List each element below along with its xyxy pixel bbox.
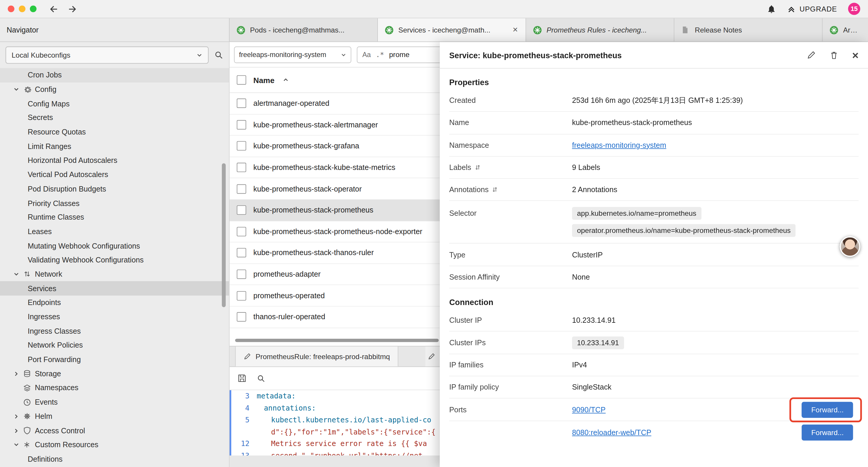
table-row[interactable]: kube-prometheus-stack-kube-state-metrics <box>229 157 440 178</box>
namespace-filter-dropdown[interactable]: freeleaps-monitoring-system <box>234 46 351 63</box>
tab[interactable]: Release Notes × <box>675 18 823 42</box>
tab[interactable]: Prometheus Rules - icecheng... × <box>526 18 675 42</box>
row-checkbox[interactable] <box>237 120 246 129</box>
avatar[interactable] <box>840 236 860 257</box>
chevron-right-icon[interactable] <box>13 371 23 377</box>
search-icon[interactable] <box>214 50 224 60</box>
close-tab-icon[interactable]: × <box>512 24 519 35</box>
table-row[interactable]: kube-prometheus-stack-operator <box>229 178 440 200</box>
kubeconfig-selector[interactable]: Local Kubeconfigs <box>6 47 209 63</box>
sidebar-item[interactable]: Priority Classes <box>0 196 229 210</box>
sidebar-item[interactable]: Endpoints <box>0 296 229 310</box>
sidebar-item[interactable]: Definitions <box>0 452 229 466</box>
row-checkbox[interactable] <box>237 248 246 258</box>
sidebar-item[interactable]: Vertical Pod Autoscalers <box>0 168 229 182</box>
sidebar-item[interactable]: Leases <box>0 224 229 238</box>
select-all-checkbox[interactable] <box>237 76 246 85</box>
tab[interactable]: Argo S × <box>823 18 868 42</box>
bell-icon[interactable] <box>767 4 776 13</box>
sidebar-item[interactable]: Cron Jobs <box>0 68 229 82</box>
save-icon[interactable] <box>237 374 247 383</box>
sidebar-item[interactable]: Pod Disruption Budgets <box>0 182 229 196</box>
search-icon[interactable] <box>257 374 266 383</box>
sort-updown-icon[interactable] <box>492 186 498 193</box>
sidebar-item[interactable]: Helm <box>0 409 229 424</box>
yaml-editor[interactable]: 3 metadata: 4 annotations: 5 kubectl.kub… <box>229 390 440 456</box>
annotations-value[interactable]: 2 Annotations <box>572 185 859 194</box>
sidebar-item[interactable]: Config Maps <box>0 97 229 111</box>
sidebar-item[interactable]: Access Control <box>0 424 229 438</box>
chevron-down-icon[interactable] <box>13 86 23 92</box>
row-checkbox[interactable] <box>237 205 246 215</box>
upgrade-button[interactable]: UPGRADE <box>787 5 837 13</box>
table-row[interactable]: kube-prometheus-stack-alertmanager <box>229 114 440 136</box>
sidebar-scrollbar[interactable] <box>222 163 226 307</box>
forward-icon[interactable] <box>67 4 78 14</box>
table-row[interactable]: kube-prometheus-stack-thanos-ruler <box>229 242 440 264</box>
table-row[interactable]: prometheus-adapter <box>229 264 440 285</box>
edit-icon[interactable] <box>807 50 816 60</box>
row-checkbox[interactable] <box>237 291 246 300</box>
chevron-down-icon[interactable] <box>13 271 23 277</box>
sidebar-item[interactable]: Events <box>0 395 229 409</box>
namespace-link[interactable]: freeleaps-monitoring-system <box>572 141 666 149</box>
row-checkbox[interactable] <box>237 184 246 194</box>
forward-button[interactable]: Forward... <box>802 425 853 441</box>
chevron-right-icon[interactable] <box>13 428 23 434</box>
sidebar-item[interactable]: Custom Resources <box>0 438 229 452</box>
sidebar-item[interactable]: Resource Quotas <box>0 125 229 139</box>
sidebar-item[interactable]: Network Policies <box>0 338 229 352</box>
port-link[interactable]: 9090/TCP <box>572 406 606 414</box>
sidebar-item[interactable]: Network <box>0 267 229 282</box>
labels-value[interactable]: 9 Labels <box>572 163 859 171</box>
row-checkbox[interactable] <box>237 163 246 172</box>
horizontal-scrollbar[interactable] <box>235 339 439 342</box>
port-link[interactable]: 8080:reloader-web/TCP <box>572 429 651 437</box>
case-sensitive-toggle[interactable]: Aa <box>362 51 371 58</box>
dock-tab-partial[interactable] <box>426 346 440 366</box>
row-checkbox[interactable] <box>237 313 246 322</box>
sidebar-item[interactable]: Config <box>0 82 229 96</box>
row-checkbox[interactable] <box>237 269 246 279</box>
sidebar-item[interactable]: Ingresses <box>0 310 229 324</box>
sort-caret-up-icon[interactable] <box>283 77 289 83</box>
table-row[interactable]: prometheus-operated <box>229 285 440 307</box>
tab[interactable]: Services - icecheng@math... × <box>378 18 526 42</box>
navigator-header[interactable]: Navigator <box>0 18 229 42</box>
back-icon[interactable] <box>49 4 59 14</box>
regex-toggle[interactable]: .* <box>376 50 384 59</box>
dock-tab-prometheusrule[interactable]: PrometheusRule: freeleaps-prod-rabbitmq <box>235 346 398 366</box>
sidebar-item[interactable]: Namespaces <box>0 381 229 395</box>
sidebar-item[interactable]: Ingress Classes <box>0 324 229 338</box>
chevron-right-icon[interactable] <box>13 413 23 419</box>
name-column-header[interactable]: Name <box>253 76 275 85</box>
table-row[interactable]: thanos-ruler-operated <box>229 307 440 328</box>
sidebar-item[interactable]: Horizontal Pod Autoscalers <box>0 153 229 168</box>
search-input[interactable]: Aa .* prome <box>357 46 440 63</box>
table-row[interactable]: kube-prometheus-stack-prometheus <box>229 200 440 221</box>
sort-updown-icon[interactable] <box>474 164 481 171</box>
sidebar-item[interactable]: Validating Webhook Configurations <box>0 253 229 267</box>
close-icon[interactable]: × <box>852 50 859 61</box>
minimize-window-button[interactable] <box>19 6 25 12</box>
table-row[interactable]: kube-prometheus-stack-prometheus-node-ex… <box>229 221 440 242</box>
sidebar-item[interactable]: Limit Ranges <box>0 139 229 153</box>
tab[interactable]: Pods - icecheng@mathmas... × <box>229 18 378 42</box>
row-checkbox[interactable] <box>237 141 246 151</box>
sidebar-item[interactable]: Mutating Webhook Configurations <box>0 239 229 253</box>
row-checkbox[interactable] <box>237 99 246 108</box>
chevron-down-icon[interactable] <box>13 442 23 448</box>
sidebar-item[interactable]: Port Forwarding <box>0 352 229 367</box>
zoom-window-button[interactable] <box>30 6 36 12</box>
notification-badge[interactable]: 15 <box>848 3 860 15</box>
close-window-button[interactable] <box>8 6 14 12</box>
row-checkbox[interactable] <box>237 227 246 236</box>
forward-button[interactable]: Forward... <box>802 402 853 418</box>
sidebar-item[interactable]: Secrets <box>0 111 229 125</box>
delete-icon[interactable] <box>829 50 839 60</box>
table-row[interactable]: kube-prometheus-stack-grafana <box>229 136 440 157</box>
sidebar-item[interactable]: Services <box>0 282 229 296</box>
sidebar-item[interactable]: Runtime Classes <box>0 210 229 224</box>
sidebar-item[interactable]: Storage <box>0 367 229 381</box>
table-row[interactable]: alertmanager-operated <box>229 93 440 114</box>
